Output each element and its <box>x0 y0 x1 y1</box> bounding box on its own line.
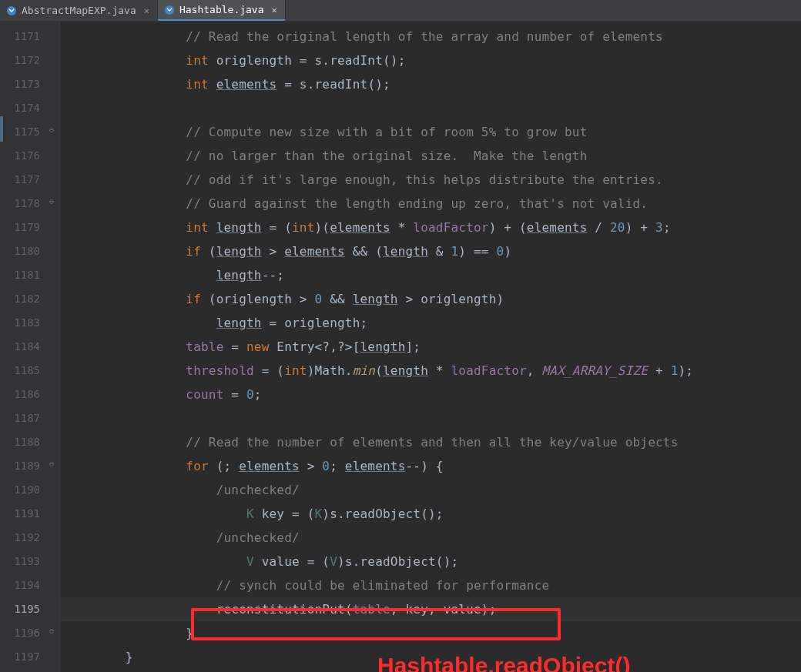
tab-label: AbstractMapEXP.java <box>22 5 136 16</box>
code-line[interactable]: // Read the original length of the array… <box>60 25 801 48</box>
code-line[interactable]: } <box>60 645 801 669</box>
line-number-gutter: 1171117211731174117511761177117811791180… <box>0 22 48 672</box>
code-area[interactable]: // Read the original length of the array… <box>60 22 801 672</box>
code-line[interactable]: reconstitutionPut(table, key, value); <box>60 597 801 621</box>
code-line[interactable]: threshold = (int)Math.min(length * loadF… <box>60 359 801 383</box>
close-icon[interactable]: ✕ <box>272 5 277 15</box>
java-file-icon <box>164 5 175 15</box>
tab-hashtable[interactable]: Hashtable.java ✕ <box>158 0 286 21</box>
line-number: 1178 <box>0 192 40 216</box>
line-number: 1198 <box>0 669 40 672</box>
tab-abstractmapexp[interactable]: AbstractMapEXP.java ✕ <box>0 0 158 21</box>
line-number: 1195 <box>0 597 40 621</box>
code-line[interactable]: V value = (V)s.readObject(); <box>60 550 801 573</box>
line-number: 1182 <box>0 287 40 311</box>
caret-line-marker <box>0 116 3 142</box>
line-number: 1197 <box>0 645 40 669</box>
line-number: 1174 <box>0 96 40 120</box>
line-number: 1171 <box>0 25 40 48</box>
line-number: 1176 <box>0 144 40 168</box>
line-number: 1175 <box>0 120 40 144</box>
line-number: 1172 <box>0 48 40 72</box>
tab-label: Hashtable.java <box>179 4 264 15</box>
code-line[interactable]: // odd if it's large enough, this helps … <box>60 168 801 192</box>
code-line[interactable]: length = origlength; <box>60 311 801 335</box>
code-line[interactable]: int length = (int)(elements * loadFactor… <box>60 216 801 239</box>
line-number: 1181 <box>0 263 40 287</box>
line-number: 1191 <box>0 502 40 526</box>
code-line[interactable]: // Guard against the length ending up ze… <box>60 192 801 216</box>
line-number: 1196 <box>0 621 40 645</box>
line-number: 1189 <box>0 454 40 478</box>
code-line[interactable]: if (origlength > 0 && length > origlengt… <box>60 287 801 311</box>
code-line[interactable]: // synch could be eliminated for perform… <box>60 573 801 597</box>
line-number: 1173 <box>0 72 40 96</box>
line-number: 1185 <box>0 359 40 383</box>
svg-point-1 <box>165 5 174 15</box>
code-editor[interactable]: 1171117211731174117511761177117811791180… <box>0 22 801 672</box>
code-line[interactable]: if (length > elements && (length & 1) ==… <box>60 239 801 263</box>
fold-toggle-icon[interactable]: ⊖ <box>49 460 58 469</box>
line-number: 1187 <box>0 406 40 430</box>
line-number: 1177 <box>0 168 40 192</box>
code-line[interactable]: // Compute new size with a bit of room 5… <box>60 120 801 144</box>
line-number: 1184 <box>0 335 40 359</box>
code-line[interactable] <box>60 406 801 430</box>
line-number: 1186 <box>0 383 40 406</box>
code-line[interactable]: table = new Entry<?,?>[length]; <box>60 335 801 359</box>
fold-toggle-icon[interactable]: ⊖ <box>49 627 58 636</box>
code-line[interactable] <box>60 669 801 672</box>
code-line[interactable]: int elements = s.readInt(); <box>60 72 801 96</box>
fold-toggle-icon[interactable]: ⊖ <box>49 198 58 206</box>
code-line[interactable]: K key = (K)s.readObject(); <box>60 502 801 526</box>
line-number: 1192 <box>0 526 40 550</box>
code-line[interactable]: // Read the number of elements and then … <box>60 430 801 454</box>
code-line[interactable]: count = 0; <box>60 383 801 406</box>
code-line[interactable]: // no larger than the original size. Mak… <box>60 144 801 168</box>
line-number: 1188 <box>0 430 40 454</box>
svg-point-0 <box>7 6 16 15</box>
line-number: 1190 <box>0 478 40 502</box>
line-number: 1193 <box>0 550 40 573</box>
code-line[interactable]: /unchecked/ <box>60 526 801 550</box>
code-line[interactable]: /unchecked/ <box>60 478 801 502</box>
line-number: 1194 <box>0 573 40 597</box>
fold-toggle-icon[interactable]: ⊖ <box>49 126 58 135</box>
code-line[interactable]: } <box>60 621 801 645</box>
fold-gutter: ⊖⊖⊖⊖ <box>48 22 60 672</box>
java-file-icon <box>6 5 17 16</box>
editor-tabs: AbstractMapEXP.java ✕ Hashtable.java ✕ <box>0 0 801 22</box>
close-icon[interactable]: ✕ <box>144 5 149 16</box>
code-line[interactable] <box>60 96 801 120</box>
line-number: 1179 <box>0 216 40 239</box>
code-line[interactable]: length--; <box>60 263 801 287</box>
code-line[interactable]: for (; elements > 0; elements--) { <box>60 454 801 478</box>
code-line[interactable]: int origlength = s.readInt(); <box>60 48 801 72</box>
line-number: 1180 <box>0 239 40 263</box>
line-number: 1183 <box>0 311 40 335</box>
